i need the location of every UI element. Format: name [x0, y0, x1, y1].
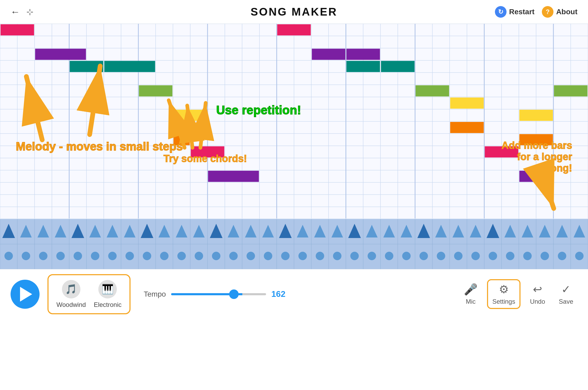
settings-icon: ⚙ — [499, 283, 509, 296]
back-button[interactable]: ← — [11, 6, 20, 17]
note-grid[interactable] — [0, 24, 588, 219]
app-title: SONG MAKER — [250, 6, 337, 18]
play-icon — [20, 287, 32, 302]
tempo-section: Tempo 162 — [144, 289, 452, 299]
header-left: ← ⊹ — [11, 6, 33, 17]
mic-label: Mic — [466, 298, 476, 305]
tempo-slider[interactable] — [171, 293, 266, 295]
rhythm-grid[interactable] — [0, 219, 588, 269]
restart-label: Restart — [509, 8, 534, 16]
right-controls: 🎤 Mic ⚙ Settings ↩ Undo ✓ Save — [460, 279, 577, 309]
undo-button[interactable]: ↩ Undo — [526, 280, 549, 308]
instrument-box: 🎵 Woodwind 🎹 Electronic — [47, 274, 131, 314]
mic-button[interactable]: 🎤 Mic — [460, 280, 482, 308]
woodwind-label: Woodwind — [56, 301, 86, 308]
restart-icon: ↻ — [495, 6, 507, 18]
rhythm-area[interactable]: Add a rhythmic pattern that supports the… — [0, 219, 588, 269]
settings-label: Settings — [492, 298, 515, 305]
header: ← ⊹ SONG MAKER ↻ Restart ? About — [0, 0, 588, 24]
bottom-bar: 🎵 Woodwind 🎹 Electronic Tempo 162 🎤 Mic … — [0, 269, 588, 319]
play-button[interactable] — [11, 280, 40, 309]
undo-icon: ↩ — [533, 283, 542, 296]
woodwind-instrument[interactable]: 🎵 Woodwind — [56, 280, 86, 308]
save-button[interactable]: ✓ Save — [555, 280, 577, 308]
grid-area[interactable]: Melody - moves in small steps Try some c… — [0, 24, 588, 219]
mic-icon: 🎤 — [464, 283, 478, 296]
electronic-label: Electronic — [94, 301, 122, 308]
tempo-value: 162 — [271, 289, 287, 299]
undo-label: Undo — [530, 298, 545, 305]
electronic-icon: 🎹 — [98, 280, 117, 298]
electronic-instrument[interactable]: 🎹 Electronic — [94, 280, 122, 308]
woodwind-icon: 🎵 — [62, 280, 80, 298]
header-right: ↻ Restart ? About — [495, 6, 577, 18]
restart-button[interactable]: ↻ Restart — [495, 6, 534, 18]
tempo-label: Tempo — [144, 290, 166, 298]
settings-button[interactable]: ⚙ Settings — [487, 279, 520, 309]
about-icon: ? — [542, 6, 553, 18]
about-button[interactable]: ? About — [542, 6, 577, 18]
about-label: About — [556, 8, 577, 16]
save-icon: ✓ — [561, 283, 571, 296]
save-label: Save — [559, 298, 573, 305]
move-icon[interactable]: ⊹ — [26, 7, 33, 17]
